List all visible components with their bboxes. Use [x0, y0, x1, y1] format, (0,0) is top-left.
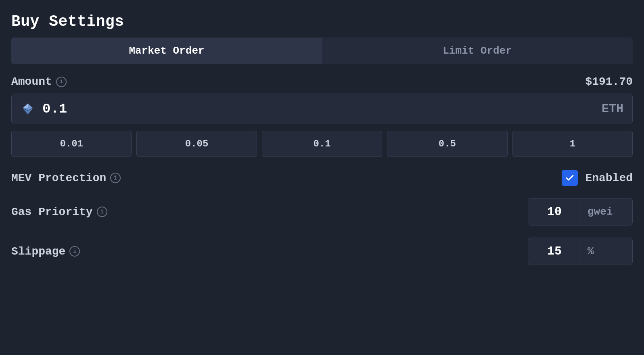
tab-market-order[interactable]: Market Order [11, 38, 322, 64]
slippage-row: Slippage i % [11, 238, 633, 265]
slippage-unit: % [581, 239, 602, 264]
slippage-input[interactable] [528, 238, 581, 265]
amount-label-group: Amount i [11, 75, 67, 88]
gas-priority-input-group: gwei [528, 198, 633, 226]
slippage-input-group: % [528, 238, 633, 265]
gas-priority-info-icon[interactable]: i [97, 207, 107, 217]
slippage-label: Slippage [11, 245, 65, 258]
slippage-label-group: Slippage i [11, 245, 80, 258]
mev-protection-info-icon[interactable]: i [110, 173, 121, 183]
quick-amount-0[interactable]: 0.01 [11, 131, 132, 157]
order-type-tabs: Market Order Limit Order [11, 38, 633, 64]
slippage-info-icon[interactable]: i [69, 246, 80, 257]
quick-amount-2[interactable]: 0.1 [262, 131, 382, 157]
gas-priority-input[interactable] [528, 198, 581, 225]
tab-limit-order[interactable]: Limit Order [322, 38, 633, 64]
quick-amount-1[interactable]: 0.05 [136, 131, 257, 157]
mev-protection-label: MEV Protection [11, 172, 106, 184]
mev-protection-label-group: MEV Protection i [11, 172, 121, 184]
amount-info-icon[interactable]: i [56, 77, 67, 87]
quick-amount-4[interactable]: 1 [512, 131, 633, 157]
gas-priority-unit: gwei [581, 199, 621, 224]
mev-protection-checkbox[interactable] [562, 170, 578, 186]
checkmark-icon [565, 173, 575, 183]
eth-logo-icon [21, 102, 35, 116]
amount-input[interactable] [42, 101, 602, 117]
amount-label: Amount [11, 75, 52, 88]
mev-protection-enabled-label: Enabled [585, 172, 633, 184]
amount-row: Amount i $191.70 [11, 75, 633, 88]
gas-priority-label: Gas Priority [11, 206, 93, 218]
quick-amounts-group: 0.01 0.05 0.1 0.5 1 [11, 131, 633, 157]
quick-amount-3[interactable]: 0.5 [387, 131, 507, 157]
page-title: Buy Settings [11, 13, 633, 30]
amount-currency: ETH [602, 102, 623, 116]
amount-usd-value: $191.70 [585, 75, 633, 88]
gas-priority-row: Gas Priority i gwei [11, 198, 633, 226]
mev-protection-row: MEV Protection i Enabled [11, 170, 633, 186]
gas-priority-label-group: Gas Priority i [11, 206, 107, 218]
amount-input-box: ETH [11, 94, 633, 124]
mev-protection-toggle-group: Enabled [562, 170, 633, 186]
